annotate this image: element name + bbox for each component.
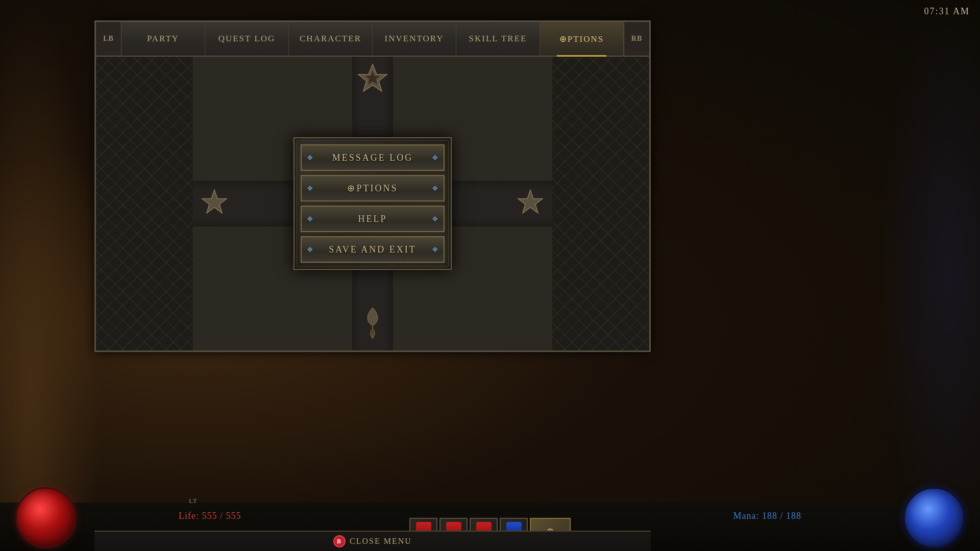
center-content: Message Log ⊕ptions Help Save and Exit	[193, 57, 552, 350]
time-display: 07:31 AM	[924, 6, 970, 17]
lt-label: LT	[189, 497, 198, 505]
nav-tabs: Party Quest Log Character Inventory Skil…	[121, 22, 624, 56]
tab-quest-log[interactable]: Quest Log	[205, 22, 289, 56]
life-stat: Life: 555 / 555	[179, 511, 241, 521]
tab-character[interactable]: Character	[289, 22, 373, 56]
content-area: Message Log ⊕ptions Help Save and Exit	[96, 57, 649, 350]
svg-point-2	[371, 330, 375, 334]
bg-right-detail	[878, 0, 980, 551]
bg-left-detail	[0, 0, 102, 551]
life-orb	[15, 487, 77, 548]
rb-button[interactable]: RB	[624, 22, 649, 56]
save-and-exit-button[interactable]: Save and Exit	[301, 236, 445, 263]
mana-orb	[903, 487, 965, 548]
nav-bar: LB Party Quest Log Character Inventory S…	[96, 22, 649, 57]
left-side-panel	[96, 57, 193, 350]
lb-button[interactable]: LB	[96, 22, 121, 56]
options-button[interactable]: ⊕ptions	[301, 175, 445, 202]
b-button-icon: B	[333, 535, 346, 547]
message-log-button[interactable]: Message Log	[301, 144, 445, 171]
svg-marker-4	[518, 190, 543, 213]
help-button[interactable]: Help	[301, 206, 445, 232]
tab-inventory[interactable]: Inventory	[373, 22, 456, 56]
right-side-panel	[552, 57, 649, 350]
bottom-ornament	[360, 305, 385, 343]
right-ornament	[517, 189, 545, 219]
main-panel: LB Party Quest Log Character Inventory S…	[94, 20, 651, 352]
close-menu-hint: B Close Menu	[333, 535, 412, 547]
options-dialog: Message Log ⊕ptions Help Save and Exit	[293, 137, 452, 270]
left-ornament	[201, 189, 229, 219]
tab-party[interactable]: Party	[121, 22, 205, 56]
tab-skill-tree[interactable]: Skill Tree	[456, 22, 540, 56]
mana-stat: Mana: 188 / 188	[733, 511, 802, 521]
bottom-bar: B Close Menu	[94, 531, 651, 551]
top-ornament	[357, 62, 388, 105]
close-menu-label: Close Menu	[350, 537, 412, 546]
svg-marker-3	[202, 190, 227, 213]
tab-options[interactable]: ⊕ptions	[540, 22, 624, 56]
